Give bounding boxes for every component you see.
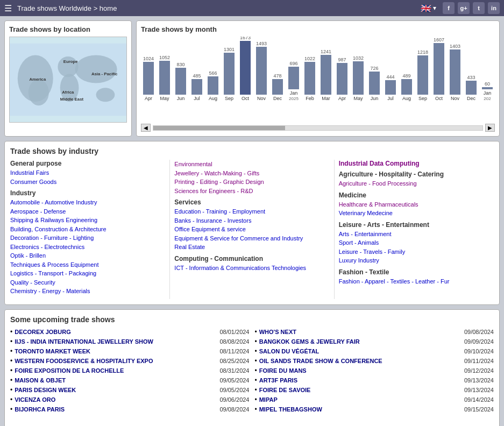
show-name-link[interactable]: VICENZA ORO xyxy=(15,396,215,403)
chart-next-button[interactable]: ▶ xyxy=(485,124,495,132)
agriculture-header: Agriculture - Hospitality - Catering xyxy=(339,171,488,178)
office-link[interactable]: Office Equipment & service xyxy=(174,225,324,234)
bar-group[interactable]: 1022 Feb xyxy=(302,56,317,101)
bar xyxy=(208,76,218,95)
techniques-link[interactable]: Techniques & Process Equipment xyxy=(10,260,160,269)
bar-group[interactable]: 696 Jan2025 xyxy=(286,61,301,101)
automobile-link[interactable]: Automobile - Automotive Industry xyxy=(10,198,160,207)
show-name-link[interactable]: MIPAP xyxy=(259,396,460,403)
realestate-link[interactable]: Real Estate xyxy=(174,243,324,252)
middleeast-label[interactable]: Middle East xyxy=(60,97,84,102)
bar-group[interactable]: 1241 Mar xyxy=(318,49,333,101)
show-name-link[interactable]: BIJORHCA PARIS xyxy=(15,406,215,413)
bar-group[interactable]: 60 Jan202 xyxy=(480,81,495,101)
bar-group[interactable]: 830 Jun xyxy=(173,62,188,101)
optik-link[interactable]: Optik - Brillen xyxy=(10,251,160,260)
bar-group[interactable]: 1218 Sep xyxy=(415,49,430,101)
bar-group[interactable]: 1301 Sep xyxy=(222,47,237,101)
africa-label[interactable]: Africa xyxy=(62,90,74,95)
agri-food-link[interactable]: Agriculture - Food Processing xyxy=(339,179,488,188)
bar-group[interactable]: 433 Dec xyxy=(464,75,479,101)
education-link[interactable]: Education - Training - Employment xyxy=(174,207,324,216)
america-label[interactable]: America xyxy=(29,77,46,82)
language-selector[interactable]: 🇬🇧 ▾ xyxy=(421,3,436,13)
list-item: •PARIS DESIGN WEEK09/05/2024 xyxy=(10,386,250,394)
equipment-link[interactable]: Equipment & Service for Commerce and Ind… xyxy=(174,234,324,243)
show-name-link[interactable]: WHO'S NEXT xyxy=(259,329,460,335)
asiapacific-label[interactable]: Asia - Pacific xyxy=(91,72,118,76)
banks-link[interactable]: Banks - Insurance - Investors xyxy=(174,216,324,225)
show-name-link[interactable]: IIJS - INDIA INTERNATIONAL JEWELLERY SHO… xyxy=(15,338,215,345)
bar-group[interactable]: 485 Jul xyxy=(189,73,204,101)
show-name-link[interactable]: TORONTO MARKET WEEK xyxy=(15,348,215,354)
month-title: Trade shows by month xyxy=(141,25,495,33)
linkedin-link[interactable]: in xyxy=(488,2,500,14)
show-name-link[interactable]: SALON DU VÉGÉTAL xyxy=(259,348,460,354)
sciences-link[interactable]: Sciences for Engineers - R&D xyxy=(174,187,324,196)
building-link[interactable]: Building, Construction & Architecture xyxy=(10,225,160,234)
show-name-link[interactable]: OIL SANDS TRADE SHOW & CONFERENCE xyxy=(259,358,460,364)
healthcare-link[interactable]: Healthcare & Pharmaceuticals xyxy=(339,200,488,209)
bar xyxy=(401,79,412,95)
bar-group[interactable]: 1403 Nov xyxy=(448,44,463,101)
show-name-link[interactable]: ART3F PARIS xyxy=(259,377,460,384)
menu-icon[interactable]: ☰ xyxy=(4,3,12,13)
show-name-link[interactable]: MIPEL THEBAGSHOW xyxy=(259,406,460,413)
bar-group[interactable]: 444 Jul xyxy=(383,74,398,101)
facebook-link[interactable]: f xyxy=(443,2,455,14)
logistics-link[interactable]: Logistics - Transport - Packaging xyxy=(10,269,160,278)
chart-prev-button[interactable]: ◀ xyxy=(141,124,151,132)
bar-group[interactable]: 1493 Nov xyxy=(254,41,269,101)
site-title[interactable]: Trade shows Worldwide xyxy=(17,4,91,12)
electronics-link[interactable]: Electronics - Electrotechnics xyxy=(10,243,160,252)
google-plus-link[interactable]: g+ xyxy=(458,2,470,14)
bar-group[interactable]: 489 Aug xyxy=(399,73,414,101)
bar xyxy=(385,80,396,95)
fashion-link[interactable]: Fashion - Apparel - Textiles - Leather -… xyxy=(339,277,488,286)
bar-group[interactable]: 726 Jun xyxy=(367,66,382,101)
bar-group[interactable]: 1052 May xyxy=(157,55,172,101)
bullet-icon: • xyxy=(10,367,12,374)
chart-scrollbar[interactable] xyxy=(153,125,483,131)
environmental-link[interactable]: Environmental xyxy=(174,160,324,169)
show-name-link[interactable]: PARIS DESIGN WEEK xyxy=(15,387,215,393)
ict-link[interactable]: ICT - Information & Communications Techn… xyxy=(174,264,324,273)
luxury-link[interactable]: Luxury Industry xyxy=(339,256,488,265)
quality-link[interactable]: Quality - Security xyxy=(10,278,160,287)
show-name-link[interactable]: DECOREX JOBURG xyxy=(15,329,215,335)
sport-link[interactable]: Sport - Animals xyxy=(339,238,488,247)
bar-group[interactable]: 1024 Apr xyxy=(141,56,156,101)
shipping-link[interactable]: Shipping & Railways Engineering xyxy=(10,216,160,225)
show-name-link[interactable]: BANGKOK GEMS & JEWELRY FAIR xyxy=(259,338,460,345)
bar-group[interactable]: 1032 May xyxy=(351,55,366,101)
world-map[interactable]: America Europe Africa Middle East Asia -… xyxy=(9,37,127,123)
bar-group[interactable]: 1673 Oct xyxy=(238,37,253,101)
printing-link[interactable]: Printing - Editing - Graphic Design xyxy=(174,178,324,187)
europe-label[interactable]: Europe xyxy=(63,59,79,64)
computing-section: Computing - Communication ICT - Informat… xyxy=(174,255,324,273)
arts-link[interactable]: Arts - Entertainment xyxy=(339,230,488,239)
list-item: •MIPAP09/14/2024 xyxy=(255,396,494,403)
bar-group[interactable]: 478 Dec xyxy=(270,73,285,101)
decoration-link[interactable]: Decoration - Furniture - Lighting xyxy=(10,233,160,243)
consumer-goods-link[interactable]: Consumer Goods xyxy=(10,178,160,187)
industrial-data-link[interactable]: Industrial Data Computing xyxy=(339,160,420,167)
show-name-link[interactable]: MAISON & OBJET xyxy=(15,377,215,384)
jewellery-link[interactable]: Jewellery - Watch-Making - Gifts xyxy=(174,169,324,178)
list-item: •SALON DU VÉGÉTAL09/10/2024 xyxy=(255,347,494,355)
chemistry-link[interactable]: Chemistry - Energy - Materials xyxy=(10,287,160,296)
twitter-link[interactable]: t xyxy=(473,2,485,14)
travels-link[interactable]: Leisure - Travels - Family xyxy=(339,247,488,257)
bar-group[interactable]: 1607 Oct xyxy=(431,37,446,101)
show-date: 09/14/2024 xyxy=(464,396,494,403)
fashion-header: Fashion - Textile xyxy=(339,268,488,276)
show-name-link[interactable]: FOIRE DE SAVOIE xyxy=(259,387,460,393)
show-name-link[interactable]: FOIRE DU MANS xyxy=(259,367,460,374)
show-name-link[interactable]: FOIRE EXPOSITION DE LA ROCHELLE xyxy=(15,367,215,374)
show-name-link[interactable]: WESTERN FOODSERVICE & HOSPITALITY EXPO xyxy=(15,358,215,364)
bar-group[interactable]: 566 Aug xyxy=(205,70,221,101)
aerospace-link[interactable]: Aerospace - Defense xyxy=(10,207,160,216)
veterinary-link[interactable]: Veterinary Medecine xyxy=(339,209,488,218)
bar-group[interactable]: 987 Apr xyxy=(335,57,350,101)
industrial-fairs-link[interactable]: Industrial Fairs xyxy=(10,168,160,178)
